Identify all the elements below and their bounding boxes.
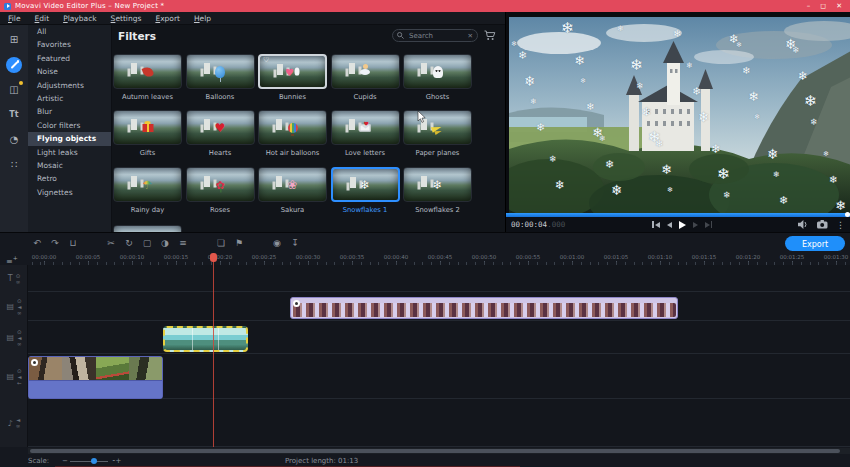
sidebar-tab-transitions[interactable]: ◫ bbox=[6, 82, 22, 98]
go-to-start-button[interactable] bbox=[652, 221, 660, 228]
filter-thumb-paper-planes[interactable] bbox=[403, 110, 472, 145]
menu-playback[interactable]: Playback bbox=[63, 14, 96, 23]
filter-item[interactable]: Hot air balloons bbox=[258, 110, 327, 157]
menu-file[interactable]: File bbox=[8, 14, 21, 23]
filter-thumb-hot-air-balloons[interactable] bbox=[258, 110, 327, 145]
minimize-button[interactable]: – bbox=[807, 0, 811, 12]
filter-item[interactable]: Rainy day bbox=[113, 167, 182, 214]
category-favorites[interactable]: Favorites bbox=[28, 38, 111, 51]
filter-thumb-snowflakes-2[interactable] bbox=[403, 167, 472, 202]
maximize-button[interactable]: ◻ bbox=[820, 0, 826, 12]
category-retro[interactable]: Retro bbox=[28, 172, 111, 185]
overlay-clip-city[interactable] bbox=[163, 326, 248, 352]
menu-export[interactable]: Export bbox=[155, 14, 180, 23]
volume-icon[interactable] bbox=[798, 220, 809, 229]
scale-slider-knob[interactable] bbox=[91, 458, 97, 464]
sidebar-tab-filters[interactable] bbox=[6, 57, 22, 73]
category-adjustments[interactable]: Adjustments bbox=[28, 79, 111, 92]
playhead-marker[interactable] bbox=[210, 253, 217, 262]
link-icon[interactable]: ∞ bbox=[17, 341, 22, 347]
close-button[interactable]: ✕ bbox=[836, 0, 842, 12]
crop-button[interactable]: ▢ bbox=[138, 233, 156, 253]
preview-video[interactable]: ❄❄❄❄❄❄❄❄❄❄❄❄❄❄❄❄❄❄❄❄❄❄❄❄❄❄❄❄❄❄❄❄❄❄❄❄❄❄❄❄… bbox=[509, 17, 850, 213]
zoom-out-icon[interactable]: − bbox=[62, 457, 68, 465]
filter-thumb-gifts[interactable] bbox=[113, 110, 182, 145]
filter-item[interactable]: Hearts bbox=[186, 110, 255, 157]
more-options-icon[interactable]: ⋮ bbox=[836, 220, 845, 230]
sidebar-tab-more-tools[interactable]: ∷ bbox=[6, 157, 22, 173]
category-flying-objects[interactable]: Flying objects bbox=[28, 132, 111, 145]
category-vignettes[interactable]: Vignettes bbox=[28, 186, 111, 199]
filter-item[interactable]: ♡Bunnies bbox=[258, 54, 327, 101]
filter-item[interactable]: Gifts bbox=[113, 110, 182, 157]
filter-item[interactable]: Snowflakes 2 bbox=[403, 167, 472, 214]
filter-thumb-sakura[interactable] bbox=[258, 167, 327, 202]
overlay-clip-dance[interactable] bbox=[290, 297, 678, 319]
filter-thumb-snowflakes-1[interactable] bbox=[331, 167, 400, 202]
undo-button[interactable]: ↶ bbox=[28, 233, 46, 253]
filter-item[interactable]: Balloons bbox=[186, 54, 255, 101]
go-to-end-button[interactable] bbox=[705, 221, 713, 228]
main-clip-skate[interactable] bbox=[28, 356, 163, 399]
category-all[interactable]: All bbox=[28, 25, 111, 38]
search-box[interactable]: ✕ bbox=[392, 29, 478, 42]
rotate-button[interactable]: ↻ bbox=[120, 233, 138, 253]
filter-thumb-rainy-day[interactable] bbox=[113, 167, 182, 202]
clip-properties-button[interactable]: ≡ bbox=[174, 233, 192, 253]
filter-thumb-partial[interactable] bbox=[113, 225, 182, 232]
sidebar-tab-stickers[interactable]: ◔ bbox=[6, 132, 22, 148]
filter-thumb-balloons[interactable] bbox=[186, 54, 255, 89]
scale-slider[interactable] bbox=[70, 461, 108, 462]
filter-item[interactable]: Autumn leaves bbox=[113, 54, 182, 101]
filter-thumb-bunnies[interactable]: ♡ bbox=[258, 54, 327, 89]
link-icon[interactable]: ∞ bbox=[16, 279, 21, 285]
menu-edit[interactable]: Edit bbox=[35, 14, 50, 23]
arrow-icon[interactable]: ← bbox=[17, 380, 22, 386]
category-light-leaks[interactable]: Light leaks bbox=[28, 146, 111, 159]
playhead-line[interactable] bbox=[213, 253, 214, 447]
snapshot-camera-icon[interactable] bbox=[817, 220, 828, 229]
sidebar-tab-import[interactable]: ⊞ bbox=[6, 32, 22, 48]
delete-button[interactable]: ⊔ bbox=[64, 233, 82, 253]
filter-thumb-hearts[interactable] bbox=[186, 110, 255, 145]
search-clear-icon[interactable]: ✕ bbox=[468, 32, 473, 40]
overlay-track-1-lane[interactable] bbox=[28, 321, 850, 354]
scrollbar-thumb[interactable] bbox=[30, 449, 840, 453]
redo-button[interactable]: ↷ bbox=[46, 233, 64, 253]
zoom-in-icon[interactable]: ⁃+ bbox=[112, 457, 121, 465]
filter-item[interactable]: Cupids bbox=[331, 54, 400, 101]
category-blur[interactable]: Blur bbox=[28, 105, 111, 118]
filter-thumb-ghosts[interactable] bbox=[403, 54, 472, 89]
filter-thumb-cupids[interactable] bbox=[331, 54, 400, 89]
marker-button[interactable]: ⚑ bbox=[230, 233, 248, 253]
export-button[interactable]: Export bbox=[785, 236, 845, 251]
filter-item[interactable]: Ghosts bbox=[403, 54, 472, 101]
store-cart-icon[interactable] bbox=[484, 30, 496, 41]
next-frame-button[interactable] bbox=[693, 222, 698, 228]
link-icon[interactable]: ∞ bbox=[17, 310, 22, 316]
link-icon[interactable]: ∞ bbox=[16, 423, 21, 429]
webcam-capture-button[interactable]: ◉ bbox=[268, 233, 286, 253]
time-ruler[interactable]: ≡+ 00:00:0000:00:0500:00:1000:00:1500:00… bbox=[0, 253, 850, 265]
sidebar-tab-titles[interactable]: Tt bbox=[6, 107, 22, 123]
filter-thumb-autumn-leaves[interactable] bbox=[113, 54, 182, 89]
filter-thumb-roses[interactable] bbox=[186, 167, 255, 202]
category-mosaic[interactable]: Mosaic bbox=[28, 159, 111, 172]
color-adjustments-button[interactable]: ◑ bbox=[156, 233, 174, 253]
previous-frame-button[interactable] bbox=[667, 222, 672, 228]
category-artistic[interactable]: Artistic bbox=[28, 92, 111, 105]
titles-track-lane[interactable] bbox=[28, 265, 850, 292]
menu-help[interactable]: Help bbox=[194, 14, 211, 23]
audio-track-lane[interactable] bbox=[28, 399, 850, 447]
favorite-heart-icon[interactable]: ♡ bbox=[263, 56, 269, 64]
copy-button[interactable]: ❏ bbox=[212, 233, 230, 253]
filter-item[interactable]: Roses bbox=[186, 167, 255, 214]
search-input[interactable] bbox=[407, 31, 465, 41]
voice-record-button[interactable]: ↧ bbox=[286, 233, 304, 253]
play-button[interactable] bbox=[679, 221, 686, 229]
category-noise[interactable]: Noise bbox=[28, 65, 111, 78]
filter-thumb-love-letters[interactable] bbox=[331, 110, 400, 145]
add-track-icon[interactable]: ≡+ bbox=[6, 254, 18, 266]
split-button[interactable]: ✂ bbox=[102, 233, 120, 253]
category-featured[interactable]: Featured bbox=[28, 52, 111, 65]
